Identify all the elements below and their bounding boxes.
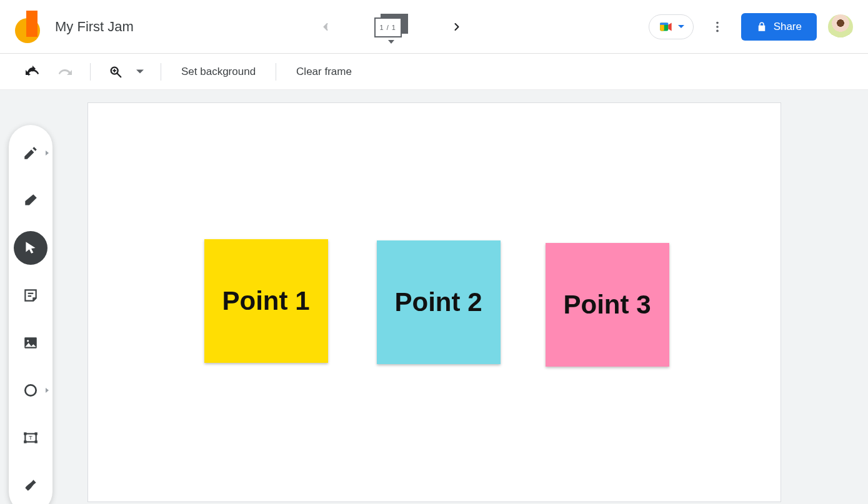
frame-counter-label: 1 / 1 (380, 24, 396, 31)
sticky-note[interactable]: Point 2 (377, 240, 501, 364)
sticky-note[interactable]: Point 3 (546, 243, 669, 367)
sticky-note-tool[interactable] (14, 279, 47, 312)
toolbar: Set background Clear frame (0, 54, 868, 90)
laser-icon (22, 477, 39, 493)
eraser-tool[interactable] (14, 184, 47, 217)
undo-button[interactable] (19, 58, 46, 86)
separator (90, 63, 91, 81)
svg-point-4 (716, 26, 719, 28)
sticky-text: Point 1 (222, 285, 309, 317)
workspace: Point 1 Point 2 Point 3 (0, 90, 868, 504)
tool-palette: T (9, 125, 52, 504)
svg-line-7 (117, 73, 121, 77)
svg-point-13 (27, 340, 29, 342)
jamboard-logo (15, 11, 40, 43)
text-box-tool[interactable]: T (14, 421, 47, 455)
image-tool[interactable] (14, 326, 47, 360)
sticky-text: Point 2 (394, 287, 482, 318)
next-frame-button[interactable] (446, 16, 468, 38)
set-background-button[interactable]: Set background (172, 66, 264, 78)
eraser-icon (22, 192, 39, 209)
chevron-left-icon (319, 21, 332, 33)
app-header: My First Jam 1 / 1 Shar (0, 0, 868, 54)
svg-rect-2 (660, 22, 668, 24)
clear-frame-button[interactable]: Clear frame (287, 66, 361, 78)
prev-frame-button[interactable] (314, 16, 337, 38)
undo-icon (25, 64, 40, 79)
svg-point-3 (716, 21, 719, 24)
frame-nav: 1 / 1 (144, 14, 639, 40)
image-icon (22, 335, 39, 351)
redo-button[interactable] (51, 58, 79, 86)
laser-tool[interactable] (14, 468, 47, 502)
separator (276, 63, 276, 81)
svg-text:T: T (29, 434, 32, 441)
sticky-note-icon (22, 287, 39, 304)
svg-rect-17 (35, 432, 37, 435)
share-label: Share (774, 21, 802, 33)
account-avatar[interactable] (828, 14, 853, 39)
expand-caret-icon (46, 388, 49, 393)
zoom-button[interactable] (102, 58, 129, 86)
select-tool[interactable] (14, 231, 47, 265)
sticky-text: Point 3 (563, 289, 651, 320)
redo-icon (57, 64, 72, 79)
svg-rect-18 (24, 440, 26, 443)
meet-button[interactable] (649, 14, 694, 39)
separator (161, 63, 161, 81)
circle-icon (22, 382, 39, 398)
pen-icon (22, 145, 39, 161)
sticky-note[interactable]: Point 1 (204, 239, 328, 363)
cursor-icon (22, 240, 39, 256)
chevron-right-icon (451, 21, 463, 33)
zoom-in-icon (109, 65, 122, 79)
svg-rect-19 (35, 440, 37, 443)
dropdown-icon (678, 24, 684, 30)
shape-tool[interactable] (14, 373, 47, 407)
more-vert-icon (711, 20, 724, 34)
svg-point-5 (716, 29, 719, 32)
lock-icon (756, 21, 767, 32)
expand-caret-icon (46, 151, 49, 156)
share-button[interactable]: Share (741, 13, 817, 41)
document-title[interactable]: My First Jam (55, 19, 134, 35)
more-options-button[interactable] (705, 14, 730, 39)
caret-down-icon (136, 68, 144, 76)
pen-tool[interactable] (14, 136, 47, 170)
svg-rect-16 (24, 432, 26, 435)
meet-icon (658, 19, 674, 35)
text-box-icon: T (22, 430, 39, 446)
frame-indicator[interactable]: 1 / 1 (374, 14, 408, 40)
zoom-dropdown[interactable] (131, 58, 149, 86)
header-actions: Share (649, 13, 853, 41)
svg-point-14 (25, 385, 36, 395)
canvas[interactable]: Point 1 Point 2 Point 3 (87, 102, 781, 502)
